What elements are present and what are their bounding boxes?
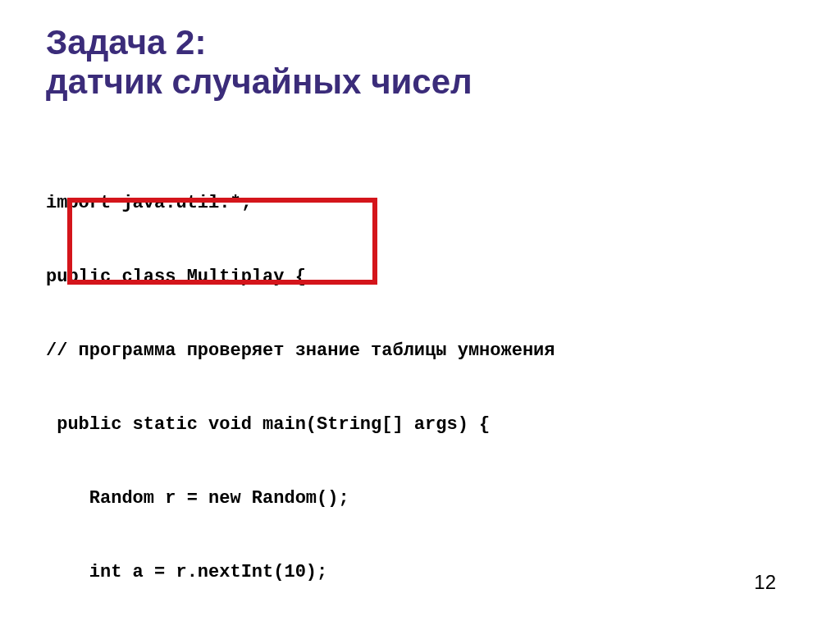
code-line-04: public static void main(String[] args) { bbox=[46, 413, 794, 437]
code-line-03: // программа проверяет знание таблицы ум… bbox=[46, 339, 794, 363]
title-line-1: Задача 2: bbox=[46, 23, 206, 62]
page-number: 12 bbox=[754, 571, 776, 594]
slide: Задача 2: датчик случайных чисел import … bbox=[0, 0, 840, 630]
code-line-01: import java.util.*; bbox=[46, 191, 794, 216]
code-block: import java.util.*; public class Multipl… bbox=[46, 117, 794, 630]
title-line-2: датчик случайных чисел bbox=[46, 62, 472, 101]
code-line-05: Random r = new Random(); bbox=[46, 486, 794, 511]
slide-title: Задача 2: датчик случайных чисел bbox=[46, 23, 794, 103]
code-line-06: int a = r.nextInt(10); bbox=[46, 560, 794, 585]
code-line-02: public class Multiplay { bbox=[46, 265, 794, 290]
